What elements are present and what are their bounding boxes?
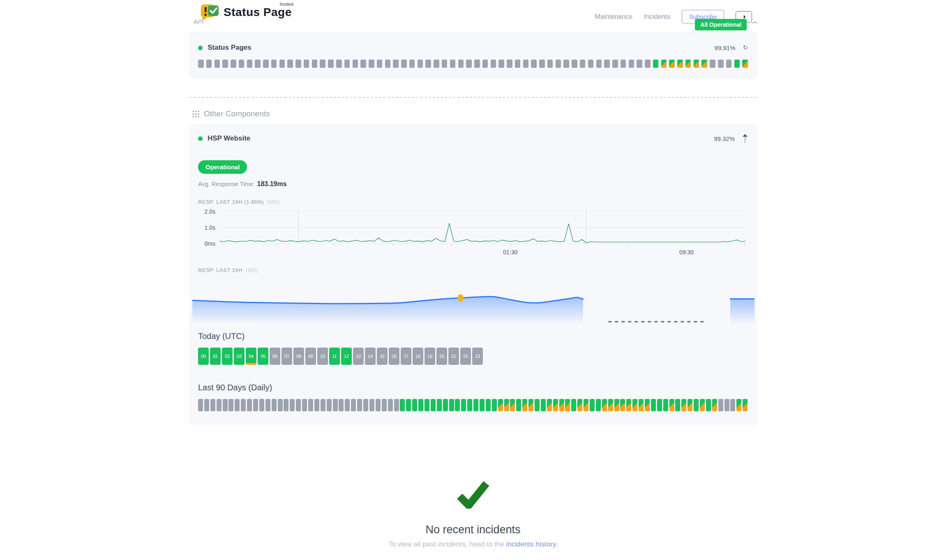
uptime-bar[interactable] — [523, 60, 529, 68]
uptime-bar[interactable] — [661, 60, 667, 68]
uptime-bar[interactable] — [710, 60, 715, 68]
hour-cell-10[interactable]: 10 — [317, 348, 328, 365]
uptime-bar[interactable] — [556, 60, 561, 68]
uptime-bar[interactable] — [247, 60, 253, 68]
uptime-bar[interactable] — [418, 399, 423, 411]
uptime-bar[interactable] — [492, 399, 497, 411]
uptime-bar[interactable] — [388, 399, 393, 411]
uptime-bar[interactable] — [677, 60, 683, 68]
uptime-bar[interactable] — [360, 60, 366, 68]
uptime-bar[interactable] — [255, 60, 261, 68]
uptime-bar[interactable] — [584, 399, 588, 411]
uptime-bar[interactable] — [222, 60, 228, 68]
uptime-bar[interactable] — [482, 60, 488, 68]
uptime-bar[interactable] — [217, 399, 222, 411]
uptime-bar[interactable] — [651, 399, 656, 411]
uptime-bar[interactable] — [393, 60, 399, 68]
uptime-bar[interactable] — [434, 60, 439, 68]
uptime-bar[interactable] — [474, 60, 480, 68]
uptime-bar[interactable] — [210, 399, 215, 411]
uptime-bar[interactable] — [629, 60, 635, 68]
uptime-bar[interactable] — [572, 60, 577, 68]
hour-cell-00[interactable]: 00 — [198, 348, 209, 365]
uptime-bar[interactable] — [333, 399, 338, 411]
hour-cell-12[interactable]: 12 — [341, 348, 352, 365]
uptime-bar[interactable] — [639, 399, 644, 411]
uptime-bar[interactable] — [522, 399, 527, 411]
uptime-bar[interactable] — [228, 399, 233, 411]
uptime-bar[interactable] — [706, 399, 711, 411]
hour-cell-06[interactable]: 06 — [270, 348, 280, 365]
uptime-bar[interactable] — [507, 60, 512, 68]
uptime-bar[interactable] — [504, 399, 509, 411]
hour-cell-09[interactable]: 09 — [305, 348, 316, 365]
hour-cell-13[interactable]: 13 — [353, 348, 364, 365]
uptime-bar[interactable] — [663, 399, 668, 411]
chevron-up-icon[interactable]: ⌃ — [750, 20, 759, 29]
uptime-bar[interactable] — [669, 399, 674, 411]
uptime-bar[interactable] — [418, 60, 423, 68]
uptime-bar[interactable] — [353, 60, 358, 68]
uptime-bar[interactable] — [632, 399, 637, 411]
uptime-bar[interactable] — [700, 399, 705, 411]
uptime-bar[interactable] — [344, 60, 350, 68]
uptime-bar[interactable] — [308, 399, 313, 411]
uptime-bar[interactable] — [588, 60, 594, 68]
hour-cell-21[interactable]: 21 — [448, 348, 459, 365]
hour-cell-08[interactable]: 08 — [293, 348, 304, 365]
uptime-bar[interactable] — [385, 60, 391, 68]
uptime-bar[interactable] — [449, 399, 454, 411]
uptime-bar[interactable] — [443, 399, 448, 411]
uptime-bar[interactable] — [198, 399, 203, 411]
uptime-bar[interactable] — [590, 399, 595, 411]
uptime-bar[interactable] — [394, 399, 399, 411]
uptime-bar[interactable] — [547, 60, 553, 68]
uptime-bar[interactable] — [718, 399, 723, 411]
hour-cell-17[interactable]: 17 — [401, 348, 411, 365]
uptime-bar[interactable] — [235, 399, 240, 411]
uptime-bar[interactable] — [743, 399, 748, 411]
uptime-bar[interactable] — [377, 60, 383, 68]
uptime-bar[interactable] — [531, 60, 537, 68]
uptime-bar[interactable] — [712, 399, 717, 411]
uptime-bar[interactable] — [239, 60, 245, 68]
uptime-bar[interactable] — [669, 60, 675, 68]
uptime-bar[interactable] — [278, 399, 283, 411]
uptime-bar[interactable] — [515, 60, 521, 68]
uptime-bar[interactable] — [339, 399, 344, 411]
uptime-bar[interactable] — [279, 60, 285, 68]
uptime-bar[interactable] — [718, 60, 724, 68]
uptime-bar[interactable] — [626, 399, 631, 411]
uptime-bar[interactable] — [442, 60, 448, 68]
uptime-bar[interactable] — [369, 399, 374, 411]
hour-cell-02[interactable]: 02 — [222, 348, 233, 365]
uptime-bar[interactable] — [357, 399, 362, 411]
uptime-bar[interactable] — [253, 399, 258, 411]
uptime-bar[interactable] — [596, 60, 602, 68]
uptime-bar[interactable] — [612, 60, 618, 68]
hour-cell-15[interactable]: 15 — [377, 348, 388, 365]
uptime-bar[interactable] — [467, 399, 472, 411]
incidents-history-link[interactable]: incidents history. — [506, 540, 557, 548]
uptime-bar[interactable] — [455, 399, 460, 411]
logo[interactable]: hosted Status Page — [200, 3, 292, 22]
uptime-bar[interactable] — [580, 60, 586, 68]
uptime-bar[interactable] — [724, 399, 729, 411]
uptime-bar[interactable] — [425, 399, 429, 411]
uptime-bar[interactable] — [296, 399, 301, 411]
uptime-bar[interactable] — [263, 60, 269, 68]
uptime-bar[interactable] — [498, 60, 504, 68]
uptime-bar[interactable] — [382, 399, 387, 411]
uptime-bar[interactable] — [223, 399, 228, 411]
uptime-bar[interactable] — [486, 399, 491, 411]
uptime-bar[interactable] — [376, 399, 381, 411]
uptime-bar[interactable] — [577, 399, 582, 411]
uptime-bar[interactable] — [314, 399, 319, 411]
uptime-bar[interactable] — [204, 399, 209, 411]
uptime-bar[interactable] — [450, 60, 456, 68]
uptime-bar[interactable] — [730, 399, 735, 411]
uptime-bar[interactable] — [694, 60, 699, 68]
uptime-bar[interactable] — [547, 399, 552, 411]
hour-cell-03[interactable]: 03 — [234, 348, 245, 365]
uptime-bar[interactable] — [742, 60, 748, 68]
